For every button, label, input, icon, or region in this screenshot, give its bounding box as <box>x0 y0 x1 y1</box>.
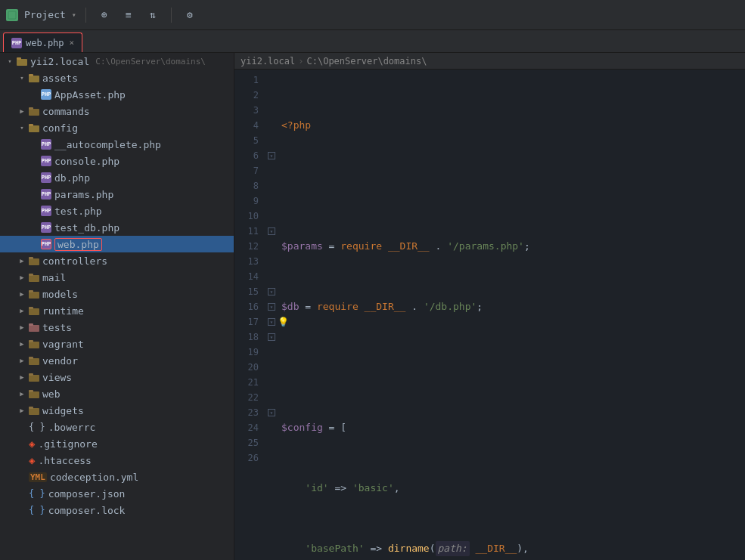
tab-label: web.php <box>26 38 64 48</box>
sidebar-item-mail[interactable]: ▶ mail <box>0 269 234 286</box>
chevron-controllers: ▶ <box>18 257 26 265</box>
project-dropdown-icon[interactable]: ▾ <box>72 11 76 19</box>
yaml-icon: YML <box>29 472 47 482</box>
svg-rect-25 <box>29 391 39 398</box>
fold-icon-17[interactable]: ▾ <box>268 318 275 326</box>
sidebar-item-tests[interactable]: ▶ tests <box>0 319 234 336</box>
sidebar-label-tests: tests <box>42 322 72 333</box>
bulb-icon-17[interactable]: 💡 <box>278 317 289 327</box>
toolbar-list-btn[interactable]: ≡ <box>120 6 138 24</box>
sidebar-label-composer-lock: composer.lock <box>48 505 126 516</box>
sidebar-item-controllers[interactable]: ▶ controllers <box>0 252 234 269</box>
fold-icon-15[interactable]: ▾ <box>268 288 275 295</box>
code-line-4: $db = require __DIR__ . '/db.php' ; <box>278 299 745 314</box>
gutter-line-13 <box>265 254 278 269</box>
code-line-6: $config = [ <box>278 420 745 435</box>
svg-rect-7 <box>29 125 39 132</box>
sidebar-item-web-php[interactable]: PHP web.php <box>0 236 234 252</box>
sidebar-item-test[interactable]: PHP test.php <box>0 203 234 219</box>
php-icon-web: PHP <box>41 239 51 249</box>
toolbar-settings-btn[interactable]: ⚙ <box>181 6 199 24</box>
sidebar-item-codeception[interactable]: YML codeception.yml <box>0 469 234 485</box>
sidebar-item-htaccess[interactable]: ◈ .htaccess <box>0 452 234 469</box>
php-icon-test: PHP <box>41 206 51 216</box>
sidebar-item-appasset[interactable]: PHP AppAsset.php <box>0 86 234 103</box>
code-line-8: 'basePath' => dirname ( path: __DIR__ ), <box>278 541 745 556</box>
fold-icon-18[interactable]: ▾ <box>268 333 275 341</box>
sidebar-item-assets[interactable]: ▾ assets <box>0 70 234 86</box>
sidebar-item-runtime[interactable]: ▶ runtime <box>0 302 234 319</box>
sidebar: ▾ yii2.local C:\OpenServer\domains\ ▾ as… <box>0 53 234 560</box>
gutter-line-18[interactable]: ▾ <box>265 330 278 345</box>
sidebar-label-views: views <box>42 372 72 383</box>
breadcrumb-sep: › <box>298 56 303 67</box>
sidebar-label-db: db.php <box>54 172 90 184</box>
fold-icon-23[interactable]: ▾ <box>268 409 275 416</box>
sidebar-item-yii2-local[interactable]: ▾ yii2.local C:\OpenServer\domains\ <box>0 53 234 70</box>
sidebar-item-commands[interactable]: ▶ commands <box>0 103 234 119</box>
folder-runtime-icon <box>29 306 39 315</box>
chevron-commands: ▶ <box>18 107 26 115</box>
php-icon-params: PHP <box>41 189 51 200</box>
svg-rect-18 <box>29 323 33 326</box>
sidebar-label-web: web.php <box>54 238 102 251</box>
sidebar-path-yii2-local: C:\OpenServer\domains\ <box>95 57 206 67</box>
sidebar-item-config[interactable]: ▾ config <box>0 119 234 136</box>
sidebar-item-composer-json[interactable]: { } composer.json <box>0 485 234 502</box>
sidebar-item-models[interactable]: ▶ models <box>0 286 234 302</box>
gutter-line-3 <box>265 103 278 118</box>
tab-web-php[interactable]: PHP web.php × <box>3 32 82 52</box>
gutter-line-15[interactable]: ▾ <box>265 284 278 299</box>
svg-rect-21 <box>29 358 39 365</box>
gitignore-icon: ◈ <box>29 438 35 450</box>
chevron-mail: ▶ <box>18 274 26 281</box>
toolbar: Project ▾ ⊕ ≡ ⇅ ⚙ <box>0 0 745 30</box>
gutter-line-1 <box>265 73 278 88</box>
sidebar-item-params[interactable]: PHP params.php <box>0 186 234 203</box>
toolbar-globe-btn[interactable]: ⊕ <box>95 6 113 24</box>
fold-icon-16[interactable]: ▾ <box>268 303 275 311</box>
gutter-line-6[interactable]: ▾ <box>265 148 278 163</box>
code-line-2 <box>278 178 745 193</box>
gutter-line-23[interactable]: ▾ <box>265 405 278 420</box>
fold-icon-11[interactable]: ▾ <box>268 227 275 235</box>
sidebar-item-test-db[interactable]: PHP test_db.php <box>0 219 234 236</box>
svg-rect-24 <box>29 373 33 376</box>
svg-rect-16 <box>29 307 33 309</box>
code-content[interactable]: <?php $params = require __DIR__ . '/para… <box>278 70 745 560</box>
sidebar-item-widgets[interactable]: ▶ widgets <box>0 402 234 419</box>
sidebar-item-gitignore[interactable]: ◈ .gitignore <box>0 435 234 452</box>
sidebar-item-views[interactable]: ▶ views <box>0 369 234 385</box>
sidebar-item-vagrant[interactable]: ▶ vagrant <box>0 336 234 352</box>
gutter-line-5 <box>265 133 278 148</box>
sidebar-label-codeception: codeception.yml <box>50 472 138 483</box>
sidebar-item-web-folder[interactable]: ▶ web <box>0 385 234 402</box>
sidebar-item-console[interactable]: PHP console.php <box>0 153 234 169</box>
project-label[interactable]: Project <box>24 9 66 20</box>
gutter-line-2 <box>265 88 278 103</box>
sidebar-item-autocomplete[interactable]: PHP __autocomplete.php <box>0 136 234 153</box>
gutter-line-24 <box>265 420 278 435</box>
sidebar-item-db[interactable]: PHP db.php <box>0 169 234 186</box>
sidebar-label-appasset: AppAsset.php <box>54 89 126 101</box>
toolbar-sync-btn[interactable]: ⇅ <box>144 6 162 24</box>
chevron-assets: ▾ <box>18 74 26 82</box>
chevron-vendor: ▶ <box>18 357 26 364</box>
php-icon-db: PHP <box>41 172 51 183</box>
sidebar-label-widgets: widgets <box>42 405 84 416</box>
svg-rect-26 <box>29 390 33 392</box>
svg-rect-2 <box>17 57 21 60</box>
gutter-line-17[interactable]: ▾ 💡 <box>265 314 278 330</box>
sidebar-item-bowerrc[interactable]: { } .bowerrc <box>0 419 234 435</box>
tab-close-btn[interactable]: × <box>70 38 75 48</box>
sidebar-item-vendor[interactable]: ▶ vendor <box>0 352 234 369</box>
fold-icon-6[interactable]: ▾ <box>268 152 275 159</box>
code-area[interactable]: 1 2 3 4 5 6 7 8 9 10 11 12 13 14 15 16 1… <box>234 70 745 560</box>
svg-rect-4 <box>29 74 33 76</box>
gutter-line-11[interactable]: ▾ <box>265 224 278 239</box>
php-icon-console: PHP <box>41 156 51 166</box>
chevron-widgets: ▶ <box>18 407 26 414</box>
folder-vagrant-icon <box>29 339 39 348</box>
gutter-line-16[interactable]: ▾ <box>265 299 278 314</box>
sidebar-item-composer-lock[interactable]: { } composer.lock <box>0 502 234 518</box>
